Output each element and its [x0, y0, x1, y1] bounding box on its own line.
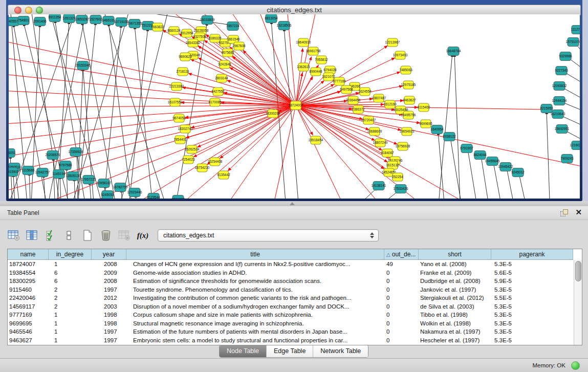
table-cell[interactable]: Estimation of significance thresholds fo… — [126, 277, 384, 286]
graph-node[interactable]: 19671355 — [127, 19, 142, 28]
graph-node[interactable]: 19455645 — [485, 157, 500, 166]
graph-node[interactable]: 10973493 — [393, 51, 408, 59]
table-cell[interactable]: 5.3E-5 — [491, 336, 573, 345]
table-cell[interactable]: 0 — [384, 269, 419, 277]
table-cell[interactable]: Jankovic et al. (1997) — [419, 286, 491, 294]
table-cell[interactable]: Tourette syndrome. Phenomenology and cla… — [126, 286, 384, 294]
graph-node[interactable]: 7386372 — [352, 105, 365, 114]
table-cell[interactable]: 1 — [49, 336, 92, 345]
graph-node[interactable]: 8912954 — [180, 29, 193, 37]
table-cell[interactable]: 6 — [49, 269, 92, 277]
table-row[interactable]: 2242004622012Investigating the contribut… — [8, 294, 574, 302]
graph-node[interactable]: 10807487 — [372, 94, 386, 102]
graph-node[interactable]: 18724007 — [289, 101, 303, 110]
network-window-title-bar[interactable]: citations_edges.txt — [8, 5, 581, 15]
graph-node[interactable]: 12942757 — [35, 168, 50, 177]
graph-node[interactable]: 10719155 — [114, 18, 129, 27]
column-header-year[interactable]: year — [92, 249, 126, 259]
table-cell[interactable]: 2 — [49, 302, 92, 311]
vertical-scrollbar[interactable] — [574, 260, 582, 345]
network-canvas[interactable]: 3405572754801209140689113541051327106532… — [9, 14, 580, 199]
graph-node[interactable]: 15518454 — [309, 136, 323, 144]
graph-node[interactable]: 9361027 — [171, 195, 185, 199]
graph-node[interactable]: 16782759 — [113, 183, 128, 192]
graph-node[interactable]: 14138141 — [372, 182, 386, 190]
graph-node[interactable]: 19756928 — [396, 142, 410, 150]
graph-node[interactable]: 16961758 — [306, 47, 321, 55]
graph-node[interactable]: 18640910 — [296, 38, 311, 47]
table-cell[interactable]: 9777169 — [8, 311, 49, 319]
graph-node[interactable]: 15720407 — [361, 116, 376, 124]
graph-node[interactable]: 7854401 — [173, 136, 187, 144]
column-header-in-degree[interactable]: in_degree — [49, 249, 92, 259]
graph-node[interactable]: 15692951 — [555, 125, 570, 134]
graph-node[interactable]: 20206576 — [46, 151, 60, 160]
show-columns-button[interactable] — [26, 229, 39, 242]
graph-node[interactable]: 9777169 — [333, 77, 346, 85]
graph-node[interactable]: 7955812 — [315, 56, 328, 64]
table-cell[interactable]: 1 — [49, 311, 92, 319]
table-cell[interactable]: 5.9E-5 — [491, 277, 573, 286]
graph-node[interactable]: 9184067 — [381, 149, 394, 157]
graph-node[interactable]: 754801 — [18, 16, 29, 25]
graph-node[interactable]: 20153346 — [76, 61, 91, 70]
graph-node[interactable]: 8215953 — [540, 104, 553, 113]
graph-node[interactable]: 9890623 — [179, 53, 192, 61]
table-cell[interactable]: 2 — [49, 294, 92, 302]
table-cell[interactable]: 1998 — [92, 319, 126, 328]
graph-node[interactable]: 9135442 — [217, 171, 230, 179]
column-header-short[interactable]: short — [419, 249, 491, 259]
table-cell[interactable]: Wolkin et al. (1998) — [419, 319, 491, 328]
graph-node[interactable]: 8660124 — [167, 27, 181, 35]
graph-node[interactable]: 12975185 — [401, 81, 416, 89]
table-cell[interactable]: 0 — [384, 327, 419, 336]
memory-status-icon[interactable] — [571, 361, 580, 370]
column-header-out-de-[interactable]: △out_de... — [384, 249, 419, 259]
table-cell[interactable]: 9699695 — [8, 319, 49, 328]
graph-node[interactable]: 10945422 — [498, 163, 513, 171]
table-cell[interactable]: 5.3E-5 — [491, 302, 573, 311]
table-cell[interactable]: 1998 — [92, 311, 126, 319]
splitter-handle-icon[interactable] — [290, 202, 295, 205]
table-cell[interactable]: Embryonic stem cells: a model to study s… — [126, 336, 384, 345]
select-columns-button[interactable] — [44, 229, 57, 242]
graph-node[interactable]: 1624554 — [358, 87, 372, 96]
table-row[interactable]: 1872400712008Changes of HCN gene express… — [8, 260, 574, 269]
graph-node[interactable]: 2718116 — [177, 68, 189, 76]
table-cell[interactable]: 5.3E-5 — [491, 311, 573, 319]
graph-node[interactable]: 16495756 — [401, 111, 416, 119]
table-cell[interactable]: 5.5E-5 — [491, 294, 573, 302]
graph-node[interactable]: 19654923 — [400, 127, 415, 136]
graph-node[interactable]: 8813054 — [265, 14, 278, 23]
table-cell[interactable]: Estimation of the future numbers of pati… — [126, 327, 384, 336]
graph-node[interactable]: 2516051 — [9, 149, 16, 158]
new-column-button[interactable] — [81, 229, 94, 242]
graph-node[interactable]: 16648784 — [446, 47, 461, 56]
table-cell[interactable]: 1997 — [92, 286, 126, 294]
graph-node[interactable]: 8911354 — [49, 14, 61, 22]
graph-node[interactable]: 7254023 — [182, 156, 195, 164]
graph-node[interactable]: 18754230 — [195, 164, 210, 172]
graph-node[interactable]: 19218506 — [277, 21, 292, 30]
table-cell[interactable]: Corpus callosum shape and size in male p… — [126, 311, 384, 319]
table-cell[interactable]: 5.3E-5 — [491, 286, 573, 294]
graph-node[interactable]: 2967608 — [232, 42, 246, 50]
graph-node[interactable]: 9242848 — [218, 60, 231, 69]
delete-table-button-disabled[interactable] — [118, 229, 131, 242]
table-cell[interactable]: 0 — [384, 277, 419, 286]
graph-node[interactable]: 4170085 — [208, 98, 222, 106]
table-cell[interactable]: 5.6E-5 — [491, 269, 573, 277]
graph-node[interactable]: 1640954 — [430, 125, 444, 134]
table-cell[interactable]: 2008 — [92, 277, 126, 286]
table-cell[interactable]: Hescheler et al. (1997) — [419, 336, 491, 345]
graph-node[interactable]: 9245051 — [101, 191, 114, 199]
graph-node[interactable]: 10653287 — [75, 15, 90, 24]
panel-splitter[interactable] — [0, 201, 588, 206]
table-row[interactable]: 969969511998Structural magnetic resonanc… — [8, 319, 574, 328]
table-cell[interactable]: 14569117 — [8, 302, 49, 311]
graph-node[interactable]: 17957223 — [81, 176, 96, 184]
table-cell[interactable]: 0 — [384, 294, 419, 302]
graph-node[interactable]: 9674053 — [172, 114, 186, 122]
table-cell[interactable]: 2009 — [92, 269, 126, 277]
table-cell[interactable]: 1997 — [92, 336, 126, 345]
